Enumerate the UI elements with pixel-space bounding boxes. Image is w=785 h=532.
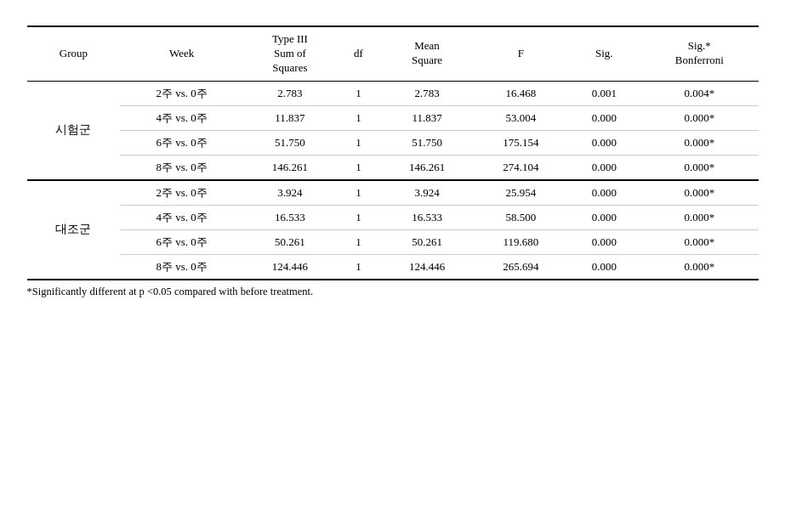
sig-bonf-cell: 0.000* <box>640 155 758 180</box>
ms-cell: 11.837 <box>380 105 474 130</box>
f-cell: 175.154 <box>474 130 567 155</box>
ms-cell: 146.261 <box>380 155 474 180</box>
f-cell: 58.500 <box>474 205 567 229</box>
df-cell: 1 <box>337 105 380 130</box>
df-cell: 1 <box>337 205 380 229</box>
sig-bonf-cell: 0.004* <box>640 81 758 105</box>
sig-bonf-cell: 0.000* <box>640 130 758 155</box>
ss-cell: 50.261 <box>243 229 337 254</box>
sig-cell: 0.001 <box>567 81 640 105</box>
df-cell: 1 <box>337 155 380 180</box>
col-f: F <box>474 26 567 81</box>
df-cell: 1 <box>337 81 380 105</box>
f-cell: 119.680 <box>474 229 567 254</box>
sig-cell: 0.000 <box>567 254 640 280</box>
ms-cell: 124.446 <box>380 254 474 280</box>
table-row: 대조군2주 vs. 0주3.92413.92425.9540.0000.000* <box>27 180 759 206</box>
week-cell: 6주 vs. 0주 <box>120 130 242 155</box>
sig-bonf-cell: 0.000* <box>640 229 758 254</box>
week-cell: 6주 vs. 0주 <box>120 229 242 254</box>
f-cell: 25.954 <box>474 180 567 206</box>
f-cell: 16.468 <box>474 81 567 105</box>
table-row: 4주 vs. 0주11.837111.83753.0040.0000.000* <box>27 105 759 130</box>
footnote: *Significantly different at p <0.05 comp… <box>27 286 759 298</box>
sig-cell: 0.000 <box>567 105 640 130</box>
ss-cell: 146.261 <box>243 155 337 180</box>
sig-cell: 0.000 <box>567 130 640 155</box>
ms-cell: 2.783 <box>380 81 474 105</box>
ss-cell: 124.446 <box>243 254 337 280</box>
sig-cell: 0.000 <box>567 229 640 254</box>
sig-bonf-cell: 0.000* <box>640 205 758 229</box>
sig-bonf-cell: 0.000* <box>640 105 758 130</box>
header-row: Group Week Type IIISum ofSquares df Mean… <box>27 26 759 81</box>
sig-bonf-cell: 0.000* <box>640 180 758 206</box>
group-cell: 대조군 <box>27 180 121 280</box>
col-ms: MeanSquare <box>380 26 474 81</box>
col-sig: Sig. <box>567 26 640 81</box>
table-row: 6주 vs. 0주51.750151.750175.1540.0000.000* <box>27 130 759 155</box>
week-cell: 2주 vs. 0주 <box>120 81 242 105</box>
f-cell: 274.104 <box>474 155 567 180</box>
ms-cell: 3.924 <box>380 180 474 206</box>
sig-bonf-cell: 0.000* <box>640 254 758 280</box>
col-ss: Type IIISum ofSquares <box>243 26 337 81</box>
df-cell: 1 <box>337 229 380 254</box>
week-cell: 8주 vs. 0주 <box>120 155 242 180</box>
df-cell: 1 <box>337 180 380 206</box>
col-group: Group <box>27 26 121 81</box>
group-cell: 시험군 <box>27 81 121 180</box>
week-cell: 2주 vs. 0주 <box>120 180 242 206</box>
ms-cell: 16.533 <box>380 205 474 229</box>
col-week: Week <box>120 26 242 81</box>
ms-cell: 50.261 <box>380 229 474 254</box>
ss-cell: 16.533 <box>243 205 337 229</box>
sig-cell: 0.000 <box>567 205 640 229</box>
table-row: 8주 vs. 0주146.2611146.261274.1040.0000.00… <box>27 155 759 180</box>
sig-cell: 0.000 <box>567 180 640 206</box>
col-sig-bonf: Sig.*Bonferroni <box>640 26 758 81</box>
f-cell: 265.694 <box>474 254 567 280</box>
week-cell: 4주 vs. 0주 <box>120 205 242 229</box>
data-table: Group Week Type IIISum ofSquares df Mean… <box>27 25 759 280</box>
table-row: 시험군2주 vs. 0주2.78312.78316.4680.0010.004* <box>27 81 759 105</box>
ms-cell: 51.750 <box>380 130 474 155</box>
ss-cell: 3.924 <box>243 180 337 206</box>
table-row: 6주 vs. 0주50.261150.261119.6800.0000.000* <box>27 229 759 254</box>
week-cell: 8주 vs. 0주 <box>120 254 242 280</box>
f-cell: 53.004 <box>474 105 567 130</box>
week-cell: 4주 vs. 0주 <box>120 105 242 130</box>
table-container: Group Week Type IIISum ofSquares df Mean… <box>27 25 759 298</box>
df-cell: 1 <box>337 130 380 155</box>
ss-cell: 2.783 <box>243 81 337 105</box>
sig-cell: 0.000 <box>567 155 640 180</box>
col-df: df <box>337 26 380 81</box>
ss-cell: 51.750 <box>243 130 337 155</box>
ss-cell: 11.837 <box>243 105 337 130</box>
table-row: 8주 vs. 0주124.4461124.446265.6940.0000.00… <box>27 254 759 280</box>
df-cell: 1 <box>337 254 380 280</box>
table-row: 4주 vs. 0주16.533116.53358.5000.0000.000* <box>27 205 759 229</box>
